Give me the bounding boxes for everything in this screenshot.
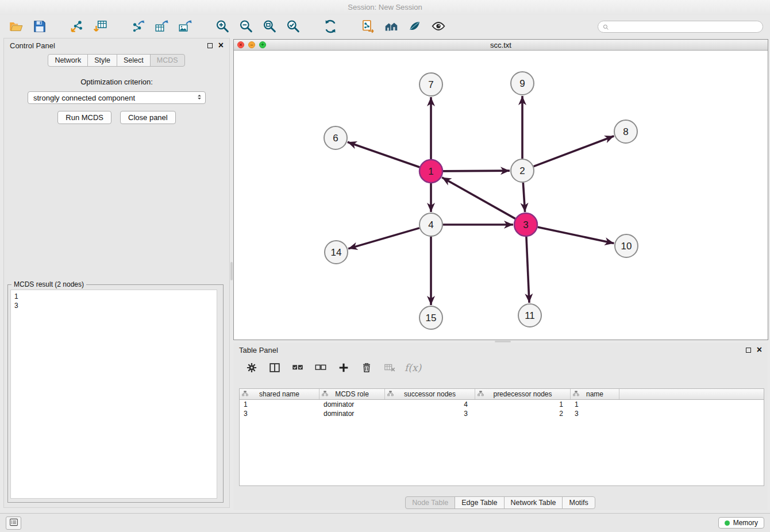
node-9[interactable]: 9 [511, 72, 534, 95]
column-header-shared-name[interactable]: shared name [240, 389, 319, 399]
open-session-icon[interactable] [7, 17, 25, 36]
columns-icon[interactable] [267, 360, 283, 376]
maximize-window-icon[interactable]: + [259, 41, 266, 48]
criterion-dropdown[interactable]: strongly connected component [28, 91, 206, 104]
edge-1-6[interactable] [348, 142, 419, 167]
tab-mcds[interactable]: MCDS [150, 54, 185, 67]
memory-status-dot [725, 521, 730, 526]
network-window-title: scc.txt [234, 41, 768, 49]
column-header-name[interactable]: name [571, 389, 619, 399]
import-table-icon[interactable] [91, 17, 110, 36]
node-label: 2 [519, 165, 525, 176]
edge-3-1[interactable] [442, 178, 515, 219]
tab-select[interactable]: Select [117, 54, 151, 67]
deselect-all-icon[interactable] [313, 360, 329, 376]
import-network-icon[interactable] [68, 17, 86, 36]
tab-network-table[interactable]: Network Table [504, 496, 563, 509]
zoom-selected-icon[interactable] [284, 17, 302, 36]
houses-icon[interactable] [382, 17, 401, 36]
table-panel-header: Table Panel × [233, 343, 768, 357]
zoom-fit-icon[interactable] [260, 17, 279, 36]
edge-1-2[interactable] [443, 171, 510, 171]
node-10[interactable]: 10 [615, 234, 638, 257]
node-label: 3 [523, 219, 528, 230]
node-label: 10 [621, 241, 632, 252]
node-label: 6 [333, 133, 338, 144]
delete-column-icon[interactable] [359, 360, 375, 376]
tab-node-table[interactable]: Node Table [405, 496, 455, 509]
node-14[interactable]: 14 [325, 241, 348, 264]
minimize-window-icon[interactable]: – [248, 41, 255, 48]
node-2[interactable]: 2 [511, 159, 534, 182]
float-panel-icon[interactable] [207, 43, 213, 48]
visual-style-icon[interactable] [406, 17, 424, 36]
gear-icon[interactable] [244, 360, 260, 376]
column-header-successor-nodes[interactable]: successor nodes [385, 389, 475, 399]
edge-4-14[interactable] [348, 228, 419, 249]
search-input[interactable] [598, 21, 763, 33]
column-header-predecessor-nodes[interactable]: predecessor nodes [475, 389, 571, 399]
node-label: 8 [623, 126, 628, 137]
node-11[interactable]: 11 [518, 304, 541, 327]
float-panel-icon[interactable] [746, 348, 751, 353]
task-history-button[interactable] [6, 516, 21, 530]
eye-icon[interactable] [429, 17, 448, 36]
column-tree-icon [477, 390, 484, 399]
mcds-result-list[interactable]: 13 [10, 290, 217, 499]
select-all-icon[interactable] [290, 360, 306, 376]
node-6[interactable]: 6 [324, 126, 347, 149]
node-1[interactable]: 1 [419, 160, 442, 183]
close-panel-button[interactable]: Close panel [120, 111, 176, 124]
close-window-icon[interactable]: × [237, 41, 244, 48]
network-canvas[interactable]: 7968124314101511 [234, 51, 768, 340]
export-image-icon[interactable] [176, 17, 194, 36]
save-session-icon[interactable] [30, 17, 49, 36]
table-body: 1dominator4113dominator323 [240, 400, 764, 418]
node-label: 1 [428, 166, 433, 177]
table-panel-title: Table Panel [239, 346, 278, 354]
edge-3-10[interactable] [538, 227, 614, 243]
tab-style[interactable]: Style [87, 54, 117, 67]
table-row[interactable]: 3dominator323 [240, 409, 764, 418]
control-panel-title: Control Panel [10, 41, 55, 50]
edge-2-3[interactable] [523, 183, 525, 212]
export-table-icon[interactable] [152, 17, 171, 36]
table-cell: 3 [571, 409, 619, 418]
table-cell: 3 [240, 409, 319, 418]
mcds-panel: Optimization criterion: strongly connect… [4, 67, 229, 124]
mcds-result-title: MCDS result (2 nodes) [11, 280, 86, 288]
run-mcds-button[interactable]: Run MCDS [57, 111, 111, 124]
node-15[interactable]: 15 [419, 306, 442, 329]
apply-layout-icon[interactable] [321, 17, 340, 36]
mcds-result-group: MCDS result (2 nodes) 13 [7, 284, 224, 503]
node-8[interactable]: 8 [614, 120, 637, 143]
table-row[interactable]: 1dominator411 [240, 400, 764, 409]
splitter-handle[interactable] [495, 341, 511, 342]
memory-button[interactable]: Memory [718, 517, 764, 529]
node-3[interactable]: 3 [514, 213, 537, 236]
network-document-icon[interactable] [359, 17, 377, 36]
table-cell: 3 [385, 409, 475, 418]
status-bar: Memory [0, 513, 770, 532]
tab-motifs[interactable]: Motifs [562, 496, 595, 509]
toolbar-icons [7, 17, 448, 36]
splitter-handle[interactable] [230, 262, 233, 280]
node-7[interactable]: 7 [419, 73, 442, 96]
zoom-out-icon[interactable] [237, 17, 255, 36]
network-graph[interactable]: 7968124314101511 [234, 51, 768, 340]
tab-network[interactable]: Network [48, 54, 88, 67]
tab-edge-table[interactable]: Edge Table [455, 496, 504, 509]
add-column-icon[interactable] [336, 360, 352, 376]
column-label: shared name [259, 390, 299, 398]
zoom-in-icon[interactable] [213, 17, 232, 36]
node-label: 14 [331, 247, 342, 258]
close-panel-icon[interactable]: × [218, 41, 224, 50]
edge-2-8[interactable] [534, 136, 614, 167]
node-4[interactable]: 4 [419, 213, 442, 236]
table-cell: 2 [475, 409, 571, 418]
chevron-up-down-icon [195, 93, 203, 103]
column-header-mcds-role[interactable]: MCDS role [319, 389, 385, 399]
close-panel-icon[interactable]: × [757, 345, 762, 354]
edge-3-11[interactable] [526, 237, 529, 303]
export-network-icon[interactable] [129, 17, 147, 36]
